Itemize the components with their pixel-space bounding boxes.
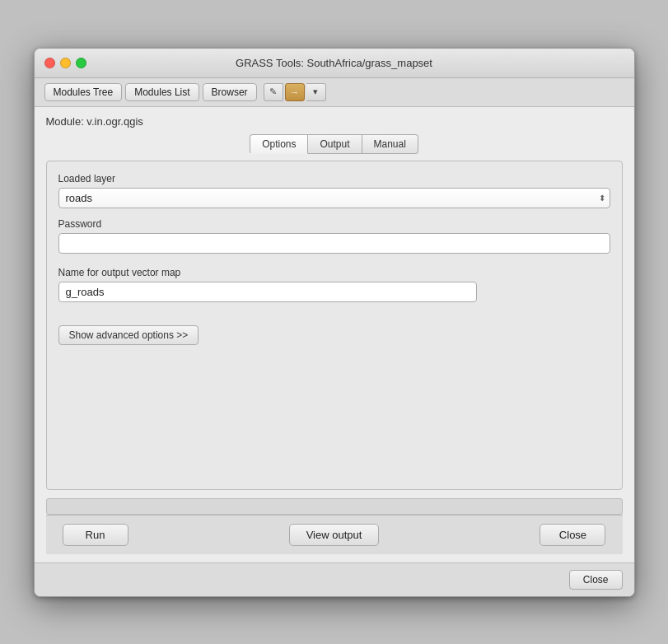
tab-options[interactable]: Options [250,134,308,154]
progress-bar [46,498,623,515]
traffic-lights [44,58,86,68]
options-panel: Loaded layer roads ⬍ Password Name for o… [46,161,623,490]
loaded-layer-label: Loaded layer [58,173,610,184]
modules-tree-button[interactable]: Modules Tree [44,83,123,101]
window-maximize-button[interactable] [76,58,86,68]
output-vector-input[interactable] [58,282,477,302]
toolbar: Modules Tree Modules List Browser ✎ → ▾ [35,78,634,107]
window-close-button[interactable] [44,58,55,68]
toolbar-icon-group: ✎ → ▾ [264,83,326,101]
module-label: Module: v.in.ogr.qgis [46,115,623,128]
output-vector-label: Name for output vector map [58,267,610,278]
arrow-icon[interactable]: → [285,83,305,101]
tab-manual[interactable]: Manual [362,134,418,154]
window-minimize-button[interactable] [60,58,71,68]
tab-bar: Options Output Manual [46,134,623,154]
show-advanced-options-button[interactable]: Show advanced options >> [58,325,199,345]
password-input[interactable] [58,233,610,254]
chevron-down-icon[interactable]: ▾ [306,83,326,101]
password-label: Password [58,218,610,230]
output-vector-group: Name for output vector map [58,267,610,302]
loaded-layer-select-wrapper: roads ⬍ [58,188,610,208]
close-dialog-button[interactable]: Close [540,524,605,546]
footer-close-button[interactable]: Close [569,570,623,590]
browser-button[interactable]: Browser [203,83,257,101]
password-group: Password [58,218,610,254]
main-window: GRASS Tools: SouthAfrica/grass_mapset Mo… [34,48,635,597]
modules-list-button[interactable]: Modules List [125,83,199,101]
title-bar: GRASS Tools: SouthAfrica/grass_mapset [35,49,634,78]
run-button[interactable]: Run [63,524,128,546]
tab-output[interactable]: Output [308,134,362,154]
main-content: Module: v.in.ogr.qgis Options Output Man… [35,107,634,562]
window-footer: Close [35,562,634,596]
window-title: GRASS Tools: SouthAfrica/grass_mapset [236,57,432,69]
loaded-layer-select[interactable]: roads [58,188,610,208]
edit-icon[interactable]: ✎ [264,83,283,101]
view-output-button[interactable]: View output [289,524,380,546]
bottom-action-bar: Run View output Close [46,515,623,554]
loaded-layer-group: Loaded layer roads ⬍ [58,173,610,208]
